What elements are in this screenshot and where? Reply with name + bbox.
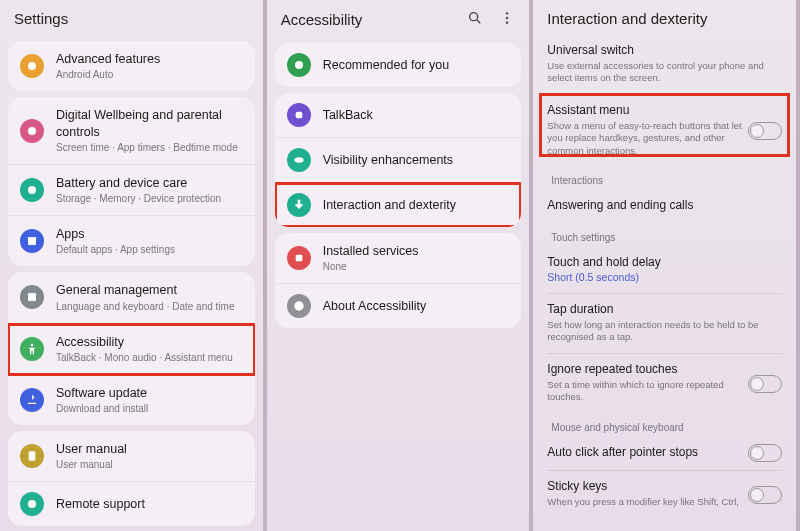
row-answering-calls[interactable]: Answering and ending calls [533,190,796,224]
settings-card-2: Digital Wellbeing and parental controls … [8,97,255,266]
interaction-title: Interaction and dexterity [547,10,707,27]
services-icon [287,246,311,270]
row-text: Interaction and dexterity [323,197,510,213]
assistant-toggle[interactable] [748,122,782,140]
row-accessibility[interactable]: Accessibility TalkBack · Mono audio · As… [8,324,255,375]
row-title: Touch and hold delay [547,255,782,271]
ignore-toggle[interactable] [748,375,782,393]
row-title: User manual [56,441,243,457]
svg-point-12 [506,21,508,23]
interaction-panel: Interaction and dexterity Universal swit… [533,0,800,531]
a11y-card-1: Recommended for you [275,43,522,87]
row-touch-hold-delay[interactable]: Touch and hold delay Short (0.5 seconds) [533,247,796,294]
section-interactions: Interactions [533,167,796,190]
row-talkback[interactable]: TalkBack [275,93,522,138]
row-battery-care[interactable]: Battery and device care Storage · Memory… [8,165,255,216]
section-mouse: Mouse and physical keyboard [533,414,796,437]
row-title: Sticky keys [547,479,742,495]
wellbeing-icon [20,119,44,143]
svg-point-10 [506,12,508,14]
row-title: Apps [56,226,243,242]
row-software-update[interactable]: Software update Download and install [8,375,255,425]
row-title: Software update [56,385,243,401]
svg-point-11 [506,17,508,19]
row-text: Remote support [56,496,243,512]
a11y-card-2: TalkBack Visibility enhancements Interac… [275,93,522,227]
row-title: Remote support [56,496,243,512]
row-link: Short (0.5 seconds) [547,271,782,283]
row-title: Battery and device care [56,175,243,191]
row-tap-duration[interactable]: Tap duration Set how long an interaction… [533,294,796,353]
update-icon [20,388,44,412]
section-touch: Touch settings [533,224,796,247]
visibility-icon [287,148,311,172]
row-title: Digital Wellbeing and parental controls [56,107,243,140]
row-recommended[interactable]: Recommended for you [275,43,522,87]
row-sub: Language and keyboard · Date and time [56,300,243,313]
a11y-card-3: Installed services None i About Accessib… [275,233,522,328]
row-visibility[interactable]: Visibility enhancements [275,138,522,183]
row-sub: Set a time within which to ignore repeat… [547,379,742,404]
svg-point-8 [470,13,478,21]
row-remote-support[interactable]: Remote support [8,482,255,526]
row-title: Accessibility [56,334,243,350]
svg-point-0 [28,62,36,70]
row-text: Advanced features Android Auto [56,51,243,81]
row-interaction-dexterity[interactable]: Interaction and dexterity [275,183,522,227]
row-general-management[interactable]: General management Language and keyboard… [8,272,255,323]
row-auto-click[interactable]: Auto click after pointer stops [533,437,796,471]
row-apps[interactable]: Apps Default apps · App settings [8,216,255,266]
accessibility-title: Accessibility [281,11,363,28]
svg-point-5 [31,343,34,346]
row-title: Assistant menu [547,103,742,119]
svg-rect-3 [28,237,36,245]
row-text: Software update Download and install [56,385,243,415]
sticky-toggle[interactable] [748,486,782,504]
row-text: Apps Default apps · App settings [56,226,243,256]
search-icon[interactable] [467,10,483,29]
interaction-header: Interaction and dexterity [533,0,796,35]
row-text: Recommended for you [323,57,510,73]
svg-rect-16 [295,255,302,262]
advanced-icon [20,54,44,78]
row-title: Tap duration [547,302,782,318]
accessibility-header: Accessibility [267,0,530,37]
row-sub: Storage · Memory · Device protection [56,192,243,205]
row-digital-wellbeing[interactable]: Digital Wellbeing and parental controls … [8,97,255,165]
row-advanced-features[interactable]: Advanced features Android Auto [8,41,255,91]
battery-icon [20,178,44,202]
row-universal-switch[interactable]: Universal switch Use external accessorie… [533,35,796,94]
row-text: Installed services None [323,243,510,273]
row-about-accessibility[interactable]: i About Accessibility [275,284,522,328]
row-sub: When you press a modifier key like Shift… [547,496,742,508]
row-user-manual[interactable]: User manual User manual [8,431,255,482]
more-icon[interactable] [499,10,515,29]
svg-point-7 [28,500,36,508]
apps-icon [20,229,44,253]
svg-point-13 [295,61,303,69]
accessibility-panel: Accessibility Recommended for you [267,0,534,531]
interaction-icon [287,193,311,217]
row-title: About Accessibility [323,298,510,314]
row-assistant-menu[interactable]: Assistant menu Show a menu of easy-to-re… [533,95,796,167]
talkback-icon [287,103,311,127]
row-title: TalkBack [323,107,510,123]
settings-card-3: General management Language and keyboard… [8,272,255,425]
row-ignore-repeated[interactable]: Ignore repeated touches Set a time withi… [533,354,796,413]
row-title: Recommended for you [323,57,510,73]
row-sub: Set how long an interaction needs to be … [547,319,782,344]
recommended-icon [287,53,311,77]
row-title: General management [56,282,243,298]
row-sub: Default apps · App settings [56,243,243,256]
row-sticky-keys[interactable]: Sticky keys When you press a modifier ke… [533,471,796,518]
svg-line-9 [477,20,480,23]
row-title: Auto click after pointer stops [547,445,742,461]
row-text: User manual User manual [56,441,243,471]
row-title: Ignore repeated touches [547,362,742,378]
settings-card-4: User manual User manual Remote support [8,431,255,526]
row-sub: Screen time · App timers · Bedtime mode [56,141,243,154]
row-installed-services[interactable]: Installed services None [275,233,522,284]
row-title: Interaction and dexterity [323,197,510,213]
row-text: TalkBack [323,107,510,123]
autoclick-toggle[interactable] [748,444,782,462]
